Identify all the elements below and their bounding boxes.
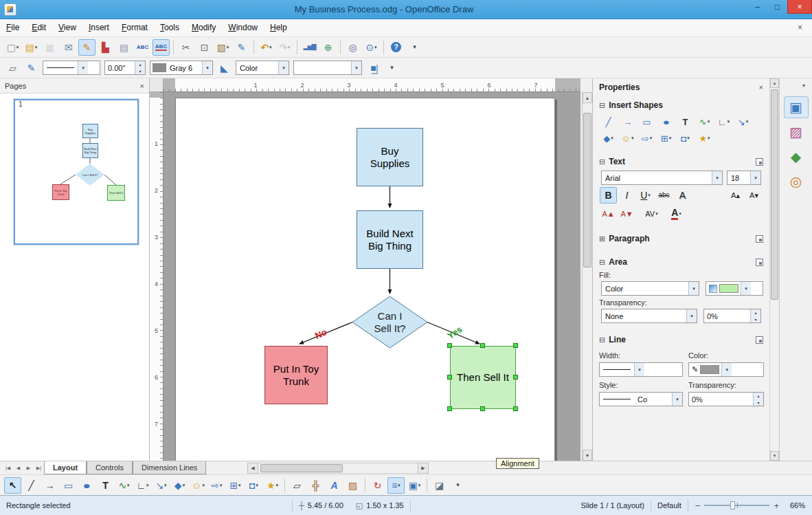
character-spacing-icon[interactable]: AV▾ xyxy=(643,206,660,222)
text-shadow-button[interactable]: A xyxy=(674,187,691,204)
sidebar-scrollbar-track[interactable] xyxy=(770,88,779,451)
paste-icon[interactable]: ▨ ▾ xyxy=(214,39,232,56)
drawing-canvas[interactable]: Buy Supplies Build Next Big Thing Can I … xyxy=(163,92,580,461)
line-shape-icon[interactable]: ╱ xyxy=(599,114,618,129)
decrement-icon[interactable]: ▾ xyxy=(751,316,760,323)
zoom-out-icon[interactable]: − xyxy=(695,501,701,511)
expand-icon[interactable]: ⊞ xyxy=(599,234,605,243)
area-transparency-input[interactable]: 0% ▴▾ xyxy=(703,309,761,323)
dropdown-icon[interactable]: ▾ xyxy=(750,171,760,184)
shadow-icon[interactable]: ■ xyxy=(365,60,382,76)
horizontal-scrollbar-thumb[interactable] xyxy=(260,464,343,472)
navigator-icon[interactable]: ◎ xyxy=(344,39,361,56)
dropdown-icon[interactable]: ▾ xyxy=(202,61,212,74)
lines-arrows-shape-icon[interactable]: ↘▾ xyxy=(734,114,752,129)
symbol-shapes-icon[interactable]: ☺▾ xyxy=(618,131,637,146)
text-tool[interactable]: T xyxy=(97,477,114,494)
dropdown-icon[interactable]: ▾ xyxy=(688,282,699,295)
alignment-tool[interactable]: ≡ ▾ xyxy=(387,477,405,494)
insert-picture-icon[interactable]: ▨ xyxy=(344,477,361,494)
fill-type-select-sidebar[interactable]: Color ▾ xyxy=(601,281,699,296)
menu-view[interactable]: View xyxy=(52,19,82,36)
fill-type-select[interactable]: Color ▾ xyxy=(236,61,289,75)
autospellcheck-icon[interactable]: ABC xyxy=(153,39,170,56)
ellipse-tool[interactable]: ● xyxy=(78,477,95,494)
scroll-right-icon[interactable]: ▶ xyxy=(418,463,429,474)
spellcheck-icon[interactable]: ABC xyxy=(134,39,151,56)
menu-format[interactable]: Format xyxy=(115,19,154,36)
arrange-tool[interactable]: ▣ ▾ xyxy=(406,477,423,494)
line-tool[interactable]: ╱ xyxy=(23,477,40,494)
lines-arrows-tool[interactable]: ↘ ▾ xyxy=(153,477,170,494)
menu-modify[interactable]: Modify xyxy=(185,19,222,36)
line-transparency-input[interactable]: 0% ▴▾ xyxy=(688,392,764,406)
rotate-tool[interactable]: ↻ xyxy=(369,477,386,494)
decrement-icon[interactable]: ▾ xyxy=(135,68,145,75)
save-icon[interactable]: ▦ xyxy=(41,39,58,56)
menu-tools[interactable]: Tools xyxy=(154,19,185,36)
decrease-font-icon[interactable]: A▾ xyxy=(745,187,763,204)
menu-help[interactable]: Help xyxy=(264,19,293,36)
curve-shape-icon[interactable]: ∿▾ xyxy=(695,114,714,129)
dropdown-icon[interactable]: ▾ xyxy=(672,393,682,406)
zoom-in-icon[interactable]: + xyxy=(774,501,779,511)
line-panel-dialog-icon[interactable] xyxy=(756,336,763,344)
fill-color-picker[interactable]: ▾ xyxy=(706,281,763,296)
selection-handle[interactable] xyxy=(447,343,452,348)
properties-panel-close-icon[interactable]: × xyxy=(759,83,763,91)
close-button[interactable]: × xyxy=(787,0,812,14)
toolbar-options-icon[interactable]: ▾ xyxy=(406,39,423,56)
horizontal-scrollbar-track[interactable] xyxy=(258,463,418,474)
stars-icon[interactable]: ★▾ xyxy=(695,131,714,146)
basic-shapes-icon[interactable]: ◆▾ xyxy=(599,131,618,146)
curve-tool[interactable]: ∿ ▾ xyxy=(115,477,133,494)
zoom-level[interactable]: 66% xyxy=(783,501,805,509)
collapse-icon[interactable]: ⊟ xyxy=(599,101,605,110)
zoom-icon[interactable]: ⊙ ▾ xyxy=(363,39,380,56)
sidebar-properties-tab[interactable]: ▣ xyxy=(784,96,809,118)
transparency-type-select[interactable]: None ▾ xyxy=(601,309,697,323)
block-arrows-icon[interactable]: ⇨▾ xyxy=(638,131,656,146)
dropdown-icon[interactable]: ▾ xyxy=(712,171,722,184)
collapse-icon[interactable]: ⊟ xyxy=(599,157,605,166)
menu-window[interactable]: Window xyxy=(222,19,264,36)
first-page-button[interactable]: |◀ xyxy=(3,461,13,474)
connector-tool[interactable]: ∟ ▾ xyxy=(134,477,151,494)
sidebar-scrollbar[interactable]: ▲ ▼ xyxy=(769,78,779,461)
menu-edit[interactable]: Edit xyxy=(25,19,52,36)
previous-page-button[interactable]: ◀ xyxy=(13,461,23,474)
arrow-tool[interactable]: → xyxy=(41,477,58,494)
flowchart-node-build-next-big-thing[interactable]: Build Next Big Thing xyxy=(357,210,423,269)
dropdown-icon[interactable]: ▾ xyxy=(78,61,88,74)
vertical-scrollbar-track[interactable] xyxy=(583,103,592,450)
increase-font-icon[interactable]: A▴ xyxy=(727,187,744,204)
rectangle-shape-icon[interactable]: ▭ xyxy=(638,114,656,129)
font-size-select[interactable]: 18 ▾ xyxy=(727,171,761,185)
print-icon[interactable]: ▤ xyxy=(115,39,133,56)
selection-handle[interactable] xyxy=(513,375,518,380)
zoom-slider-thumb[interactable] xyxy=(730,501,735,509)
underline-button[interactable]: U▾ xyxy=(637,187,654,204)
horizontal-ruler[interactable]: 12345678 xyxy=(163,78,580,92)
flowchart-shapes-icon[interactable]: ⊞▾ xyxy=(657,131,675,146)
grow-font-icon[interactable]: A▲ xyxy=(600,206,617,222)
line-width-input[interactable]: 0.00" ▴▾ xyxy=(104,61,146,75)
selection-handle[interactable] xyxy=(513,406,518,411)
bold-button[interactable]: B xyxy=(600,187,617,204)
selection-handle[interactable] xyxy=(447,375,452,380)
increment-icon[interactable]: ▴ xyxy=(751,309,760,316)
line-color-select[interactable]: Gray 6 ▾ xyxy=(150,61,213,75)
vertical-scrollbar[interactable]: ▲ ▼ xyxy=(582,92,592,461)
paragraph-panel-dialog-icon[interactable] xyxy=(756,235,763,243)
dropdown-icon[interactable]: ▾ xyxy=(278,61,289,74)
toolbar-options-icon[interactable]: ▾ xyxy=(383,60,401,76)
line-width-select[interactable]: ▾ xyxy=(599,362,683,377)
symbol-shapes-tool[interactable]: ☺ ▾ xyxy=(190,477,207,494)
sidebar-styles-tab[interactable]: ◆ xyxy=(784,146,809,168)
rectangle-tool[interactable]: ▭ xyxy=(60,477,77,494)
status-template[interactable]: Default xyxy=(651,501,688,509)
tab-controls[interactable]: Controls xyxy=(87,461,133,474)
sidebar-menu-icon[interactable]: ▾ xyxy=(802,78,812,92)
selection-handle[interactable] xyxy=(513,343,518,348)
tab-layout[interactable]: Layout xyxy=(44,461,87,474)
